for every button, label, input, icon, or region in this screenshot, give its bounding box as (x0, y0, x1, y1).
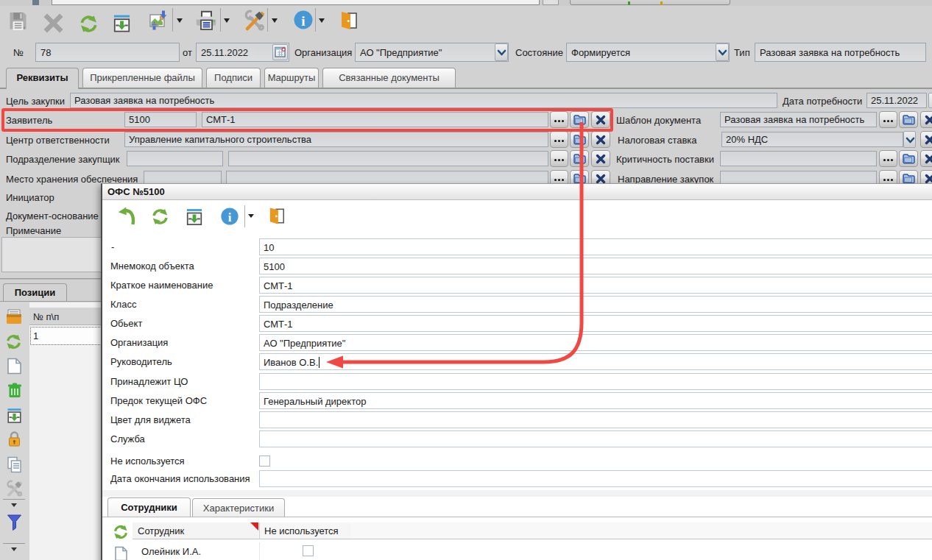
svg-text:i: i (301, 13, 305, 29)
svg-text:i: i (228, 210, 232, 224)
